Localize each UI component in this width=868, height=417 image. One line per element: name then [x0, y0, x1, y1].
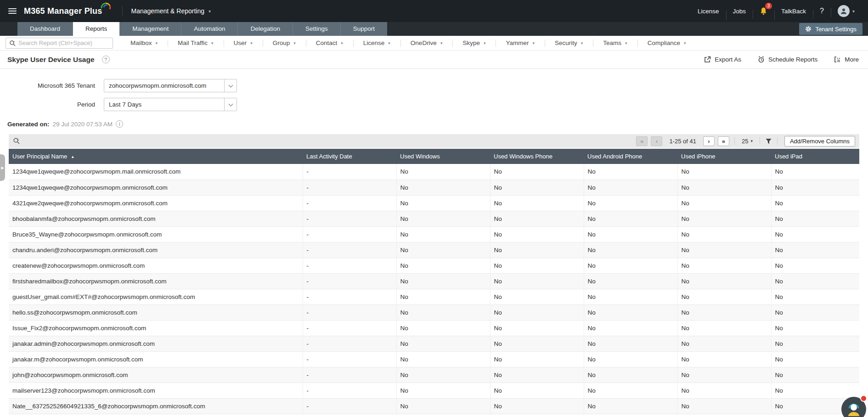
column-header-used-iphone[interactable]: Used iPhone — [677, 149, 771, 164]
table-row: hello.ss@zohocorpwsmopm.onmicrosoft.com-… — [9, 304, 859, 320]
side-panel-expand-handle[interactable]: ▶ — [0, 154, 5, 181]
more-button[interactable]: More — [834, 56, 859, 63]
add-remove-columns-button[interactable]: Add/Remove Columns — [784, 136, 855, 147]
report-menu-compliance[interactable]: Compliance▾ — [637, 36, 696, 50]
first-page-button[interactable]: « — [636, 136, 648, 146]
table-row: Nate__637252526604921335_6@zohocorpwsmop… — [9, 398, 859, 414]
report-menu-license[interactable]: License▾ — [353, 36, 400, 50]
table-cell: - — [303, 367, 396, 383]
table-cell: No — [677, 226, 771, 242]
jobs-link[interactable]: Jobs — [726, 8, 753, 15]
table-cell: No — [490, 336, 584, 351]
tab-support[interactable]: Support — [340, 22, 387, 36]
report-menu-contact[interactable]: Contact▾ — [306, 36, 353, 50]
notification-badge: 3 — [765, 3, 772, 9]
period-select[interactable]: Last 7 Days — [104, 98, 237, 111]
table-cell: No — [396, 320, 490, 336]
tenant-settings-button[interactable]: Tenant Settings — [799, 23, 862, 35]
hamburger-menu-icon[interactable] — [8, 8, 17, 14]
schedule-reports-button[interactable]: Schedule Reports — [758, 56, 817, 63]
generated-on-row: Generated on: 29 Jul 2020 07:53 AM i — [7, 120, 868, 128]
table-cell: No — [677, 398, 771, 414]
table-cell: - — [303, 383, 396, 398]
chat-support-widget[interactable] — [841, 397, 866, 417]
table-cell: - — [303, 180, 396, 195]
table-row: janakar.admin@zohocorpwsmopm.onmicrosoft… — [9, 336, 859, 351]
toolbar-divider — [760, 137, 760, 145]
table-cell: No — [771, 273, 859, 289]
table-search-icon[interactable] — [13, 137, 20, 145]
previous-page-button[interactable]: ‹ — [651, 136, 662, 146]
table-cell: No — [771, 195, 859, 211]
column-header-used-windows-phone[interactable]: Used Windows Phone — [490, 149, 584, 164]
info-icon[interactable]: i — [116, 120, 123, 128]
next-page-button[interactable]: › — [703, 136, 715, 146]
export-as-button[interactable]: Export As — [704, 56, 741, 63]
talkback-link[interactable]: TalkBack — [774, 8, 813, 15]
table-row: chandru.anderi@zohocorpwsmopm.onmicrosof… — [9, 242, 859, 258]
table-cell: No — [584, 242, 677, 258]
report-grid: « ‹ 1-25 of 41 › » 25 ▾ Add/Remove Colum… — [9, 134, 859, 414]
help-button[interactable]: ? — [813, 7, 831, 15]
chevron-down-icon: ▾ — [388, 41, 390, 45]
table-cell: No — [771, 180, 859, 195]
table-cell: firstsharedmailbox@zohocorpwsmopm.onmicr… — [9, 273, 303, 289]
report-menu-yammer[interactable]: Yammer▾ — [496, 36, 545, 50]
chat-person-icon — [846, 401, 861, 417]
table-row: guestUser_gmail.com#EXT#@zohocorpwsmopm.… — [9, 289, 859, 304]
report-menu-onedrive[interactable]: OneDrive▾ — [400, 36, 453, 50]
tab-dashboard[interactable]: Dashboard — [17, 22, 73, 36]
page-size-select[interactable]: 25 ▾ — [740, 138, 755, 145]
filter-funnel-icon[interactable] — [765, 138, 772, 145]
tenant-select[interactable]: zohocorpwsmopm.onmicrosoft.com — [104, 79, 237, 92]
table-cell: No — [771, 289, 859, 304]
report-search-box[interactable] — [6, 38, 113, 49]
report-menu-mailbox[interactable]: Mailbox▾ — [120, 36, 168, 50]
table-cell: No — [771, 320, 859, 336]
report-nav-bar: Mailbox▾Mail Traffic▾User▾Group▾Contact▾… — [0, 36, 868, 51]
tab-management[interactable]: Management — [119, 22, 181, 36]
column-header-used-windows[interactable]: Used Windows — [396, 149, 490, 164]
column-header-used-android-phone[interactable]: Used Android Phone — [584, 149, 677, 164]
table-cell: No — [490, 258, 584, 273]
chevron-down-icon: ▾ — [341, 41, 343, 45]
tab-settings[interactable]: Settings — [293, 22, 340, 36]
column-header-used-ipad[interactable]: Used iPad — [771, 149, 859, 164]
table-cell: mailserver123@zohocorpwsmopm.onmicrosoft… — [9, 383, 303, 398]
column-header-last-activity-date[interactable]: Last Activity Date — [303, 149, 396, 164]
table-cell: No — [490, 351, 584, 367]
table-cell: No — [490, 164, 584, 180]
report-menu-user[interactable]: User▾ — [224, 36, 263, 50]
top-bar: M365 Manager Plus Management & Reporting… — [0, 0, 868, 22]
report-menu-teams[interactable]: Teams▾ — [593, 36, 637, 50]
table-cell: bhoobalanmfa@zohocorpwsmopm.onmicrosoft.… — [9, 211, 303, 226]
table-cell: No — [584, 273, 677, 289]
app-title: M365 Manager Plus — [24, 6, 102, 16]
toolbar-divider — [734, 137, 735, 145]
column-header-user-principal-name[interactable]: User Principal Name▲ — [9, 149, 303, 164]
search-report-input[interactable] — [18, 39, 109, 46]
report-menu-skype[interactable]: Skype▾ — [452, 36, 496, 50]
table-row: janakar.m@zohocorpwsmopm.onmicrosoft.com… — [9, 351, 859, 367]
report-menu-mail-traffic[interactable]: Mail Traffic▾ — [168, 36, 224, 50]
table-cell: No — [771, 226, 859, 242]
module-switcher[interactable]: Management & Reporting ▾ — [131, 7, 211, 15]
tab-reports[interactable]: Reports — [73, 22, 119, 36]
period-form-row: Period Last 7 Days — [0, 98, 868, 111]
table-cell: No — [396, 398, 490, 414]
table-cell: chandru.anderi@zohocorpwsmopm.onmicrosof… — [9, 242, 303, 258]
chevron-down-icon — [224, 79, 237, 92]
tab-automation[interactable]: Automation — [181, 22, 237, 36]
report-menu-group[interactable]: Group▾ — [263, 36, 306, 50]
user-menu[interactable]: ▾ — [831, 5, 862, 17]
last-page-button[interactable]: » — [718, 136, 729, 146]
notifications-button[interactable]: 3 — [753, 7, 774, 15]
table-cell: guestUser_gmail.com#EXT#@zohocorpwsmopm.… — [9, 289, 303, 304]
license-link[interactable]: License — [691, 8, 726, 15]
tab-delegation[interactable]: Delegation — [237, 22, 293, 36]
table-cell: Bruce35_Wayne@zohocorpwsmopm.onmicrosoft… — [9, 226, 303, 242]
table-cell: janakar.admin@zohocorpwsmopm.onmicrosoft… — [9, 336, 303, 351]
table-cell: No — [396, 351, 490, 367]
report-menu-security[interactable]: Security▾ — [545, 36, 593, 50]
title-help-icon[interactable]: ? — [102, 56, 110, 63]
